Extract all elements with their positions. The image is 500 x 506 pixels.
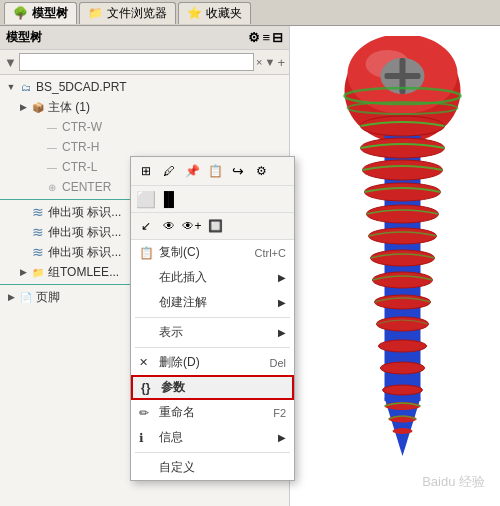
main-container: 🌳 模型树 📁 文件浏览器 ⭐ 收藏夹 模型树 ⚙ ≡ ⊟ <box>0 0 500 506</box>
root-file-icon: 🗂 <box>18 79 34 95</box>
delete-shortcut: Del <box>269 357 286 369</box>
ctx-icon-arrow-right[interactable]: ↪ <box>227 160 249 182</box>
center-icon: ⊕ <box>44 179 60 195</box>
search-input[interactable] <box>19 53 254 71</box>
group-expand[interactable]: ▶ <box>16 265 30 279</box>
ctx-icon-toolbar-row2: ⬜ ▐▌ <box>131 186 294 213</box>
tab-favorites[interactable]: ⭐ 收藏夹 <box>178 2 251 24</box>
thread-11 <box>379 340 427 352</box>
footer-icon: 📄 <box>18 289 34 305</box>
ctx-item-create-note[interactable]: 创建注解 ▶ <box>131 290 294 315</box>
thread-12 <box>381 362 425 374</box>
ctr-l-label: CTR-L <box>62 160 97 174</box>
thread-9 <box>375 295 431 309</box>
thread-6 <box>369 228 437 244</box>
watermark-text: Baidu 经验 <box>422 474 485 489</box>
ctx-item-info[interactable]: ℹ 信息 ▶ <box>131 425 294 450</box>
info-label: 信息 <box>159 429 183 446</box>
insert-here-arrow: ▶ <box>278 272 286 283</box>
params-label: 参数 <box>161 379 185 396</box>
stretch1-icon: ≋ <box>30 204 46 220</box>
ctx-item-copy[interactable]: 📋 复制(C) Ctrl+C <box>131 240 294 265</box>
ctx-icon-eye[interactable]: 👁 <box>158 215 180 237</box>
ctx-item-customize[interactable]: 自定义 <box>131 455 294 480</box>
ctx-icon-clipboard[interactable]: 📋 <box>204 160 226 182</box>
root-expand-icon[interactable]: ▼ <box>4 80 18 94</box>
ctr-h-label: CTR-H <box>62 140 99 154</box>
rename-icon: ✏ <box>139 406 149 420</box>
screw-3d-view <box>315 36 490 496</box>
ctx-icon-insert[interactable]: ↙ <box>135 215 157 237</box>
ctx-item-display[interactable]: 表示 ▶ <box>131 320 294 345</box>
thread-1 <box>361 116 445 136</box>
thread-3 <box>363 160 443 180</box>
customize-label: 自定义 <box>159 459 195 476</box>
stretch3-label: 伸出项 标识... <box>48 244 121 261</box>
list-icon[interactable]: ≡ <box>262 30 270 45</box>
ctx-icon-frame[interactable]: 🔲 <box>204 215 226 237</box>
file-browser-label: 文件浏览器 <box>107 5 167 22</box>
display-arrow: ▶ <box>278 327 286 338</box>
rename-shortcut: F2 <box>273 407 286 419</box>
tree-item-ctr-w[interactable]: — CTR-W <box>0 117 289 137</box>
ctx-icon-eye-plus[interactable]: 👁+ <box>181 215 203 237</box>
create-note-arrow: ▶ <box>278 297 286 308</box>
model-tree-icon: 🌳 <box>13 6 28 20</box>
ctr-h-icon: — <box>44 139 60 155</box>
settings-icon[interactable]: ⚙ <box>248 30 260 45</box>
stretch2-label: 伸出项 标识... <box>48 224 121 241</box>
panel-title-bar: 模型树 ⚙ ≡ ⊟ <box>0 26 289 50</box>
copy-label: 复制(C) <box>159 244 200 261</box>
ctx-item-insert-here[interactable]: 在此插入 ▶ <box>131 265 294 290</box>
copy-shortcut: Ctrl+C <box>255 247 286 259</box>
insert-here-label: 在此插入 <box>159 269 207 286</box>
ctx-separator2 <box>135 347 290 348</box>
search-add-icon[interactable]: + <box>277 55 285 70</box>
params-icon: {} <box>141 381 150 395</box>
info-arrow: ▶ <box>278 432 286 443</box>
info-icon: ℹ <box>139 431 144 445</box>
file-browser-icon: 📁 <box>88 6 103 20</box>
group-icon: 📁 <box>30 264 46 280</box>
tree-root-item[interactable]: ▼ 🗂 BS_5DCAD.PRT <box>0 77 289 97</box>
center-label: CENTER <box>62 180 111 194</box>
ctx-icon-square[interactable]: ⬜ <box>135 188 157 210</box>
content-area: 模型树 ⚙ ≡ ⊟ ▼ × ▼ + ▼ 🗂 <box>0 26 500 506</box>
ctx-icon-pin[interactable]: 📌 <box>181 160 203 182</box>
ctx-icon-toolbar-row3: ↙ 👁 👁+ 🔲 <box>131 213 294 240</box>
context-menu: ⊞ 🖊 📌 📋 ↪ ⚙ ⬜ ▐▌ ↙ 👁 👁+ 🔲 <box>130 156 295 481</box>
ctx-item-rename[interactable]: ✏ 重命名 F2 <box>131 400 294 425</box>
ctr-w-icon: — <box>44 119 60 135</box>
search-clear-icon[interactable]: × <box>256 56 262 68</box>
tab-file-browser[interactable]: 📁 文件浏览器 <box>79 2 176 24</box>
favorites-label: 收藏夹 <box>206 5 242 22</box>
zhuti-label: 主体 (1) <box>48 99 90 116</box>
zhuti-expand[interactable]: ▶ <box>16 100 30 114</box>
ctx-item-delete[interactable]: ✕ 删除(D) Del <box>131 350 294 375</box>
rename-label: 重命名 <box>159 404 195 421</box>
ctx-separator3 <box>135 452 290 453</box>
root-label: BS_5DCAD.PRT <box>36 80 126 94</box>
collapse-icon[interactable]: ⊟ <box>272 30 283 45</box>
tab-bar: 🌳 模型树 📁 文件浏览器 ⭐ 收藏夹 <box>0 0 500 26</box>
ctx-item-params[interactable]: {} 参数 <box>131 375 294 400</box>
group-label: 组TOMLEE... <box>48 264 119 281</box>
tree-item-zhuti[interactable]: ▶ 📦 主体 (1) <box>0 97 289 117</box>
thread-5 <box>367 205 439 223</box>
ctx-icon-grid[interactable]: ⊞ <box>135 160 157 182</box>
ctx-icon-columns[interactable]: ▐▌ <box>158 188 180 210</box>
tree-item-ctr-h[interactable]: — CTR-H <box>0 137 289 157</box>
tab-model-tree[interactable]: 🌳 模型树 <box>4 2 77 24</box>
stretch3-icon: ≋ <box>30 244 46 260</box>
ctr-w-expand <box>30 120 44 134</box>
footer-expand[interactable]: ▶ <box>4 290 18 304</box>
delete-x-icon: ✕ <box>139 356 148 369</box>
thread-7 <box>371 250 435 266</box>
ctx-icon-brush[interactable]: 🖊 <box>158 160 180 182</box>
panel-title: 模型树 <box>6 29 42 46</box>
delete-label: 删除(D) <box>159 354 200 371</box>
ctx-icon-settings2[interactable]: ⚙ <box>250 160 272 182</box>
tip-thread3 <box>393 428 413 434</box>
search-arrow-icon[interactable]: ▼ <box>265 56 276 68</box>
footer-label: 页脚 <box>36 289 60 306</box>
